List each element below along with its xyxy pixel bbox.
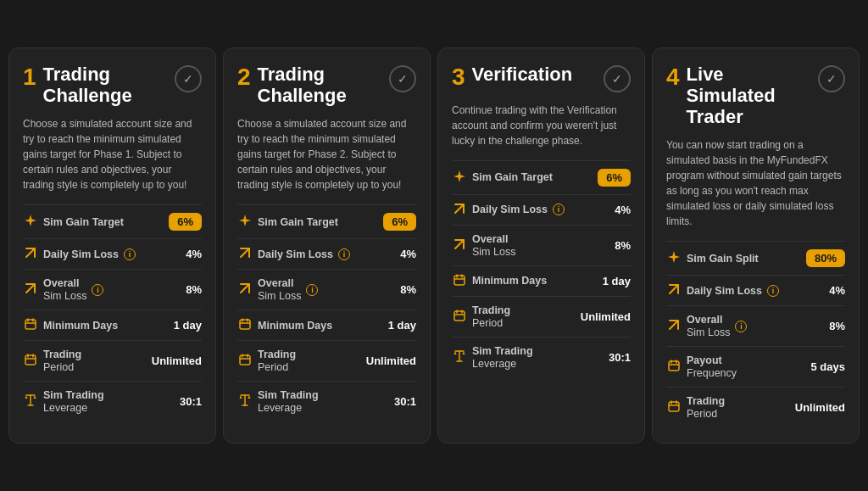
svg-line-40 (670, 321, 678, 329)
row-icon (237, 215, 253, 229)
info-icon[interactable]: i (124, 248, 136, 260)
card-title: Trading Challenge (258, 64, 347, 107)
row-icon (23, 247, 38, 261)
row-label: Minimum Days (237, 318, 332, 332)
label-text: TradingPeriod (687, 395, 725, 420)
label-text: Daily Sim Loss (43, 248, 119, 260)
row-label: OverallSim Lossi (666, 314, 747, 338)
row-label: Sim Gain Target (237, 215, 338, 229)
row-label: TradingPeriod (452, 304, 510, 329)
row-label: Sim TradingLeverage (237, 389, 319, 414)
label-text: Daily Sim Loss (472, 204, 548, 215)
label-text: Sim TradingLeverage (472, 345, 533, 370)
card-rows: Sim Gain Target6%Daily Sim Lossi4%Overal… (23, 204, 202, 421)
label-text: OverallSim Loss (258, 277, 301, 302)
label-text: TradingPeriod (472, 304, 510, 329)
row-icon (237, 247, 253, 261)
row-icon (666, 283, 682, 298)
label-text: Sim Gain Target (472, 171, 553, 183)
row-value: 6% (169, 213, 202, 231)
card-row: Sim TradingLeverage30:1 (237, 381, 416, 421)
row-icon (23, 318, 38, 332)
label-text: Daily Sim Loss (258, 248, 333, 260)
svg-line-39 (670, 285, 678, 293)
row-value: 30:1 (609, 351, 631, 364)
row-value: 4% (400, 248, 416, 260)
info-icon[interactable]: i (92, 284, 103, 296)
card-row: Daily Sim Lossi4% (237, 238, 416, 269)
row-icon (237, 394, 253, 409)
row-icon (237, 318, 253, 332)
step-number: 1 (23, 65, 36, 89)
card-title: Trading Challenge (43, 64, 132, 107)
row-value: 8% (400, 283, 416, 296)
card-row: OverallSim Lossi8% (23, 269, 202, 310)
row-value: Unlimited (366, 354, 416, 367)
card-description: You can now start trading on a simulated… (666, 137, 845, 229)
card-title-group: 4Live Simulated Trader (666, 64, 776, 128)
label-text: Sim Gain Split (687, 253, 759, 265)
checkmark-icon: ✓ (398, 72, 408, 86)
card-title: Live Simulated Trader (687, 64, 776, 128)
label-text: Minimum Days (472, 275, 547, 287)
card-rows: Sim Gain Target6%Daily Sim Lossi4%Overal… (237, 204, 416, 421)
row-label: TradingPeriod (23, 349, 81, 373)
label-text: OverallSim Loss (687, 314, 730, 338)
svg-rect-41 (669, 361, 679, 371)
row-icon (452, 350, 467, 365)
card-header: 2Trading Challenge✓ (237, 64, 416, 107)
row-value: 4% (615, 204, 631, 216)
row-icon (666, 319, 682, 333)
card-title: Verification (472, 64, 573, 85)
card-row: OverallSim Loss8% (452, 225, 631, 265)
info-icon[interactable]: i (735, 321, 747, 332)
svg-line-13 (241, 248, 249, 257)
row-icon (23, 215, 38, 229)
row-value: 4% (186, 248, 202, 260)
row-icon (666, 360, 682, 374)
card-row: Daily Sim Lossi4% (452, 194, 631, 225)
row-value: 1 day (174, 319, 202, 332)
row-value: 30:1 (180, 395, 202, 408)
row-label: Daily Sim Lossi (23, 247, 136, 261)
row-label: PayoutFrequency (666, 354, 737, 379)
card-header: 3Verification✓ (452, 64, 631, 92)
row-value: Unlimited (152, 354, 202, 367)
info-icon[interactable]: i (553, 204, 565, 215)
check-circle: ✓ (175, 65, 202, 92)
row-label: Sim Gain Target (23, 215, 124, 229)
label-text: PayoutFrequency (687, 354, 737, 379)
row-label: Daily Sim Lossi (452, 203, 565, 217)
svg-line-1 (26, 284, 35, 293)
row-label: Minimum Days (23, 318, 118, 332)
label-text: TradingPeriod (258, 349, 296, 373)
step-number: 2 (237, 65, 251, 89)
svg-line-0 (26, 248, 35, 257)
row-label: Minimum Days (452, 274, 547, 288)
card-row: Sim Gain Target6% (452, 160, 631, 194)
row-label: OverallSim Lossi (237, 277, 318, 302)
row-icon (666, 400, 682, 415)
check-circle: ✓ (604, 65, 631, 92)
card-rows: Sim Gain Split80%Daily Sim Lossi4%Overal… (666, 241, 845, 427)
row-label: TradingPeriod (237, 349, 296, 373)
info-icon[interactable]: i (306, 284, 318, 296)
card-title-group: 1Trading Challenge (23, 64, 132, 107)
step-number: 3 (452, 65, 465, 89)
card-row: OverallSim Lossi8% (237, 269, 416, 310)
svg-rect-19 (240, 355, 250, 365)
info-icon[interactable]: i (338, 248, 350, 260)
card-4: 4Live Simulated Trader✓You can now start… (652, 47, 860, 444)
row-value: 6% (383, 213, 416, 231)
row-value: 1 day (388, 319, 416, 332)
row-value: Unlimited (581, 310, 631, 323)
row-label: TradingPeriod (666, 395, 725, 420)
row-icon (452, 238, 467, 253)
row-value: 6% (598, 169, 631, 187)
svg-rect-45 (669, 402, 679, 411)
card-title-group: 3Verification (452, 64, 572, 89)
svg-rect-15 (240, 320, 250, 329)
row-icon (237, 354, 253, 368)
check-circle: ✓ (818, 65, 845, 92)
info-icon[interactable]: i (767, 285, 779, 297)
